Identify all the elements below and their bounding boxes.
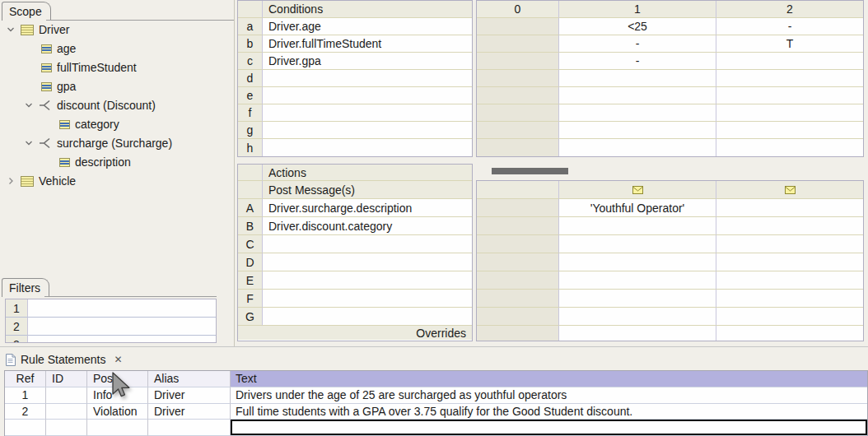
column-header-post[interactable]: Post [87,371,148,387]
column-header-alias[interactable]: Alias [148,371,231,387]
action-value-cell[interactable] [716,253,863,271]
condition-row-label[interactable]: c [238,53,263,70]
action-value-cell[interactable] [477,253,559,271]
condition-value-cell[interactable]: T [716,35,863,53]
tree-item-category[interactable]: category [0,115,232,133]
tree-item-vehicle[interactable]: Vehicle [0,172,232,190]
action-row-label[interactable]: C [238,235,263,253]
condition-expression-cell[interactable] [263,70,472,87]
chevron-down-icon[interactable] [7,26,15,34]
column-header-id[interactable]: ID [46,371,87,387]
tree-item-age[interactable]: age [0,39,232,58]
close-icon[interactable]: ✕ [114,354,123,365]
condition-value-cell[interactable] [716,87,863,104]
action-value-cell[interactable] [716,235,863,253]
id-cell[interactable] [46,404,87,420]
action-row-label[interactable]: A [238,199,263,217]
panel-divider[interactable] [234,0,235,346]
post-message-cell[interactable] [477,181,559,199]
action-expression-cell[interactable]: Driver.discount.category [263,217,472,235]
condition-expression-cell[interactable] [263,104,472,122]
text-cell[interactable]: Full time students with a GPA over 3.75 … [231,404,867,420]
action-value-cell[interactable] [716,217,863,235]
chevron-right-icon[interactable] [7,177,15,185]
tree-item-description[interactable]: description [0,153,232,171]
condition-row-label[interactable]: a [238,18,263,35]
action-value-cell[interactable] [477,308,559,326]
conditions-section-header[interactable]: Conditions [263,1,472,18]
condition-row-label[interactable]: h [238,139,263,156]
filter-row-number[interactable]: 2 [6,318,28,336]
condition-value-cell[interactable] [559,70,716,87]
filter-value-cell[interactable] [28,336,216,343]
tree-item-driver[interactable]: Driver [0,21,232,39]
ref-cell[interactable]: 2 [5,404,46,420]
tree-item-fulltimestudent[interactable]: fullTimeStudent [0,58,232,77]
text-cell-focused[interactable] [231,420,867,436]
id-cell[interactable] [46,387,87,404]
action-row-label[interactable]: E [238,271,263,290]
action-value-cell[interactable] [477,290,559,308]
action-value-cell[interactable] [477,271,559,290]
override-cell[interactable] [716,326,863,341]
horizontal-scrollbar-track[interactable] [476,164,864,180]
condition-value-cell[interactable] [477,18,559,35]
condition-value-cell[interactable] [477,35,559,53]
condition-value-cell[interactable]: - [716,18,863,35]
rule-column-header-1[interactable]: 1 [559,1,716,18]
condition-row-label[interactable]: d [238,70,263,87]
alias-cell[interactable]: Driver [148,404,231,420]
action-value-cell[interactable] [559,217,716,235]
condition-value-cell[interactable] [559,104,716,122]
condition-expression-cell[interactable]: Driver.fullTimeStudent [263,35,472,53]
action-value-cell[interactable] [716,271,863,290]
condition-value-cell[interactable] [559,139,716,156]
action-value-cell[interactable] [559,271,716,290]
condition-value-cell[interactable] [716,104,863,122]
post-cell[interactable]: Info [87,387,148,404]
condition-row-label[interactable]: f [238,104,263,122]
tab-rule-statements[interactable]: Rule Statements ✕ [5,351,123,368]
chevron-down-icon[interactable] [25,101,33,109]
condition-value-cell[interactable] [716,139,863,156]
condition-value-cell[interactable] [477,70,559,87]
filter-value-cell[interactable] [28,318,216,336]
condition-expression-cell[interactable] [263,122,472,139]
post-cell[interactable]: Violation [87,404,148,420]
condition-row-label[interactable]: g [238,122,263,139]
condition-value-cell[interactable] [477,87,559,104]
post-messages-header[interactable]: Post Message(s) [263,181,472,199]
action-value-cell[interactable] [477,235,559,253]
column-header-text[interactable]: Text [231,371,867,387]
filter-value-cell[interactable] [28,299,216,318]
condition-value-cell[interactable] [477,53,559,70]
action-row-label[interactable]: G [238,308,263,326]
rule-column-header-2[interactable]: 2 [716,1,863,18]
action-expression-cell[interactable] [263,271,472,290]
action-value-cell[interactable] [559,253,716,271]
action-value-cell[interactable] [716,308,863,326]
action-value-cell[interactable] [559,235,716,253]
condition-value-cell[interactable] [477,104,559,122]
action-row-label[interactable]: B [238,217,263,235]
condition-expression-cell[interactable] [263,87,472,104]
tree-item-discount[interactable]: discount (Discount) [0,96,232,114]
tree-item-surcharge[interactable]: surcharge (Surcharge) [0,134,232,152]
rule-column-header-0[interactable]: 0 [477,1,559,18]
override-cell[interactable] [477,326,559,341]
action-row-label[interactable]: F [238,290,263,308]
action-value-cell[interactable] [559,290,716,308]
action-expression-cell[interactable] [263,290,472,308]
condition-value-cell[interactable] [716,53,863,70]
action-expression-cell[interactable] [263,253,472,271]
condition-row-label[interactable]: b [238,35,263,53]
ref-cell[interactable]: 1 [5,387,46,404]
action-value-cell[interactable] [716,290,863,308]
action-expression-cell[interactable]: Driver.surcharge.description [263,199,472,217]
action-expression-cell[interactable] [263,308,472,326]
action-value-cell[interactable] [716,199,863,217]
alias-cell[interactable]: Driver [148,387,231,404]
column-header-ref[interactable]: Ref [5,371,46,387]
filter-row-number[interactable]: 1 [6,299,28,318]
condition-value-cell[interactable]: - [559,35,716,53]
